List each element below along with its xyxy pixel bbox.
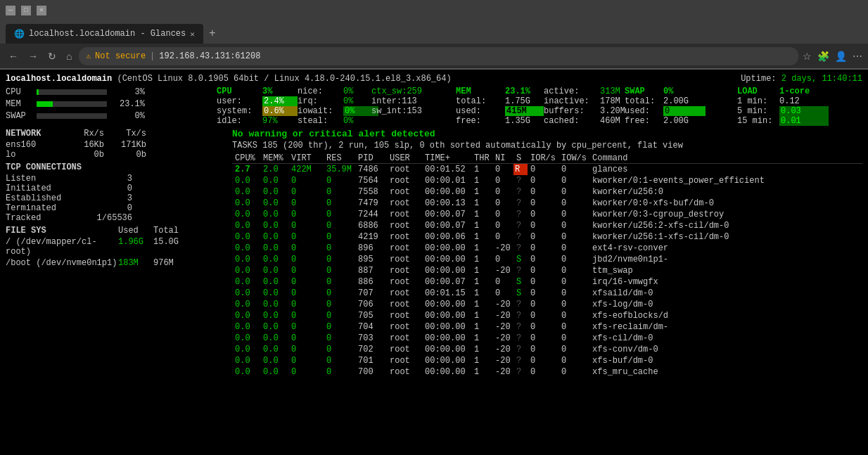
fs-boot-used: 183M (118, 257, 153, 268)
ctx-sw-label: ctx_sw: (371, 86, 407, 96)
td-user: root (387, 276, 422, 288)
td-cpu: 0.0 (232, 209, 260, 220)
td-pid: 704 (355, 321, 387, 333)
mem-used-label: used: (456, 106, 505, 116)
td-pid: 705 (355, 310, 387, 321)
table-row: 0.0 0.0 0 0 7564 root 00:00.01 1 0 ? 0 0… (232, 175, 862, 186)
td-mem: 0.0 (260, 288, 288, 299)
mem-cached-label: cached: (544, 116, 600, 126)
extensions-button[interactable]: 🧩 (817, 51, 829, 62)
td-time: 00:00.06 (422, 231, 471, 243)
close-button[interactable]: ✕ (37, 6, 46, 15)
td-s: ? (513, 198, 528, 209)
back-button[interactable]: ← (6, 49, 21, 63)
td-thr: 1 (471, 164, 492, 175)
net-lo-tx: 0b (104, 150, 146, 160)
table-row: 0.0 0.0 0 0 704 root 00:00.00 1 -20 ? 0 … (232, 321, 862, 333)
fs-boot-total: 976M (153, 257, 189, 268)
th-time: TIME+ (422, 153, 471, 164)
fs-root-total: 15.0G (153, 237, 189, 257)
reload-button[interactable]: ↻ (45, 49, 59, 63)
active-tab[interactable]: 🌐 localhost.localdomain - Glances ✕ (6, 24, 203, 44)
new-tab-button[interactable]: + (203, 24, 222, 44)
cpu-bar-container (37, 89, 107, 95)
td-pid: 703 (355, 333, 387, 344)
cpu-bar (37, 89, 39, 95)
td-ni: 0 (492, 175, 513, 186)
td-res: 0 (324, 254, 355, 265)
td-res: 0 (324, 299, 355, 310)
system-header: localhost.localdomain (CentOS Linux 8.0.… (6, 74, 862, 84)
td-iow: 0 (559, 355, 589, 366)
td-pid: 706 (355, 299, 387, 310)
table-row: 0.0 0.0 0 0 703 root 00:00.00 1 -20 ? 0 … (232, 333, 862, 344)
menu-button[interactable]: ⋯ (853, 51, 862, 62)
mem-active-label: active: (544, 86, 600, 96)
td-ni: -20 (492, 366, 513, 378)
security-label: Not secure (95, 51, 146, 61)
td-s: ? (513, 265, 528, 276)
tcp-header: TCP CONNECTIONS (6, 162, 224, 172)
tcp-established-label: Established (6, 193, 90, 203)
maximize-button[interactable]: □ (21, 6, 31, 15)
profile-button[interactable]: 👤 (835, 51, 847, 62)
td-s: ? (513, 209, 528, 220)
td-user: root (387, 164, 422, 175)
tcp-terminated-val: 0 (90, 203, 132, 213)
cpu-pct-label: CPU (217, 86, 262, 96)
minimize-button[interactable]: — (6, 6, 15, 15)
td-virt: 0 (288, 265, 324, 276)
net-lo-rx: 0b (62, 150, 104, 160)
glances-app: localhost.localdomain (CentOS Linux 8.0.… (0, 70, 868, 455)
td-time: 00:00.07 (422, 209, 471, 220)
td-mem: 2.0 (260, 164, 288, 175)
load-cores: 1-core (779, 86, 829, 96)
td-virt: 0 (288, 243, 324, 254)
mem-bar-row: MEM 23.1% (6, 98, 217, 110)
mem-free-val: 1.35G (505, 116, 544, 126)
bookmarks-button[interactable]: ☆ (803, 51, 812, 62)
th-ni: NI (492, 153, 513, 164)
td-mem: 0.0 (260, 254, 288, 265)
load-1min-val: 0.12 (779, 96, 829, 106)
td-cpu: 0.0 (232, 254, 260, 265)
swap-used-label: used: (625, 106, 663, 116)
forward-button[interactable]: → (25, 49, 41, 63)
address-bar[interactable]: ⚠ Not secure | 192.168.43.131:61208 (79, 47, 798, 65)
table-row: 0.0 0.0 0 0 7244 root 00:00.07 1 0 ? 0 0… (232, 209, 862, 220)
td-time: 00:00.13 (422, 198, 471, 209)
td-cpu: 0.0 (232, 366, 260, 378)
td-virt: 0 (288, 299, 324, 310)
fs-root-name: / (/dev/mapper/cl-root) (6, 237, 118, 257)
mem-total-val: 1.75G (505, 96, 544, 106)
swap-total-label: total: (625, 96, 663, 106)
td-iow: 0 (559, 265, 589, 276)
td-ni: 0 (492, 288, 513, 299)
swap-free-val: 2.00G (663, 116, 706, 126)
load-1min-label: 1 min: (737, 96, 779, 106)
home-button[interactable]: ⌂ (63, 49, 75, 63)
td-user: root (387, 231, 422, 243)
td-pid: 887 (355, 265, 387, 276)
cpu-bar-row: CPU 3% (6, 86, 217, 98)
network-label: NETWORK (6, 129, 62, 139)
td-ior: 0 (528, 175, 559, 186)
td-res: 0 (324, 321, 355, 333)
td-cmd: glances (589, 164, 862, 175)
td-cmd: kworker/0:1-events_power_efficient (589, 175, 862, 186)
swap-bar-container (37, 113, 107, 119)
td-cmd: xfs_mru_cache (589, 366, 862, 378)
network-section: NETWORK Rx/s Tx/s ens160 16Kb 171Kb lo 0… (6, 129, 224, 160)
tab-close-button[interactable]: ✕ (190, 30, 195, 39)
td-pid: 7244 (355, 209, 387, 220)
td-mem: 0.0 (260, 333, 288, 344)
td-mem: 0.0 (260, 321, 288, 333)
td-s: ? (513, 243, 528, 254)
table-row: 0.0 0.0 0 0 895 root 00:00.00 1 0 S 0 0 … (232, 254, 862, 265)
td-time: 00:00.00 (422, 265, 471, 276)
td-user: root (387, 254, 422, 265)
mem-total-label: total: (456, 96, 505, 106)
td-ni: 0 (492, 209, 513, 220)
th-virt: VIRT (288, 153, 324, 164)
td-ior: 0 (528, 355, 559, 366)
